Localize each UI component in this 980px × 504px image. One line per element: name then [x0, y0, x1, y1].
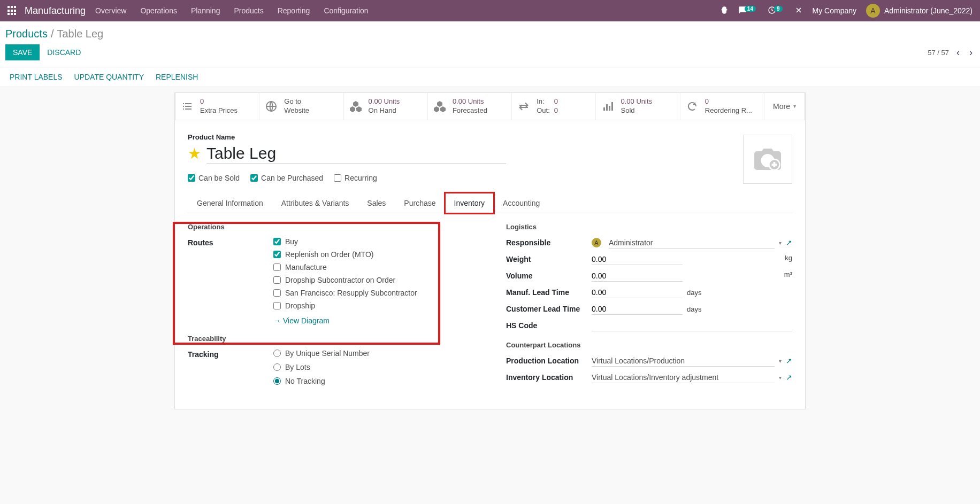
can-be-purchased-checkbox[interactable]: Can be Purchased	[250, 174, 323, 182]
favorite-star-icon[interactable]: ★	[188, 145, 201, 162]
save-button[interactable]: SAVE	[5, 44, 40, 60]
inv-location-select[interactable]: Virtual Locations/Inventory adjustment	[592, 372, 775, 383]
recurring-checkbox[interactable]: Recurring	[334, 174, 377, 182]
menu-reporting[interactable]: Reporting	[278, 6, 310, 15]
stat-label: Website	[284, 106, 309, 115]
list-icon	[181, 100, 194, 113]
stat-label: Go to	[284, 97, 309, 106]
route-label: San Francisco: Resupply Subcontractor	[285, 289, 417, 297]
user-avatar: A	[866, 4, 880, 18]
can-be-sold-checkbox[interactable]: Can be Sold	[188, 174, 240, 182]
route-label: Dropship Subcontractor on Order	[285, 276, 395, 284]
stat-label: On Hand	[369, 106, 400, 115]
pager-prev-icon[interactable]: ‹	[954, 46, 962, 59]
stat-in-out[interactable]: In:0 Out:0	[512, 93, 596, 120]
tab-inventory[interactable]: Inventory	[445, 193, 494, 213]
tracking-label: Tracking	[188, 349, 273, 359]
volume-input[interactable]	[592, 270, 683, 282]
external-link-icon[interactable]: ↗	[786, 373, 792, 382]
logistics-title: Logistics	[506, 223, 792, 231]
stat-button-box: 0Extra Prices Go toWebsite 0.00 UnitsOn …	[175, 93, 805, 120]
pager-next-icon[interactable]: ›	[967, 46, 975, 59]
route-buy: Buy	[273, 237, 474, 246]
tracking-lots: By Lots	[273, 363, 474, 371]
responsible-select[interactable]: Administrator	[609, 237, 775, 249]
stat-label: Reordering R...	[705, 106, 752, 115]
user-menu[interactable]: A Administrator (June_2022)	[866, 4, 973, 18]
tab-general[interactable]: General Information	[188, 193, 272, 213]
update-quantity-button[interactable]: UPDATE QUANTITY	[74, 73, 144, 81]
activity-badge: 9	[774, 6, 783, 12]
stat-value: 0	[705, 97, 752, 106]
chevron-down-icon: ▾	[793, 103, 796, 109]
stat-website[interactable]: Go toWebsite	[259, 93, 343, 120]
stat-label: Forecasted	[453, 106, 487, 115]
route-label: Replenish on Order (MTO)	[285, 250, 373, 259]
unit-label: days	[687, 289, 701, 297]
routes-label: Routes	[188, 237, 273, 247]
apps-menu-icon[interactable]	[7, 6, 17, 15]
tools-icon[interactable]	[794, 6, 803, 16]
view-diagram-link[interactable]: →View Diagram	[273, 316, 330, 325]
breadcrumb: Products / Table Leg	[5, 28, 975, 40]
external-link-icon[interactable]: ↗	[786, 238, 792, 247]
company-name[interactable]: My Company	[813, 6, 856, 15]
prod-location-label: Production Location	[506, 355, 592, 365]
replenish-button[interactable]: REPLENISH	[156, 73, 198, 81]
tab-purchase[interactable]: Purchase	[395, 193, 445, 213]
menu-configuration[interactable]: Configuration	[324, 6, 368, 15]
bug-icon[interactable]	[720, 6, 729, 16]
main-menu: Overview Operations Planning Products Re…	[95, 6, 720, 15]
menu-overview[interactable]: Overview	[95, 6, 126, 15]
activity-icon[interactable]: 9	[768, 6, 785, 16]
weight-label: Weight	[506, 254, 592, 263]
stat-forecasted[interactable]: 0.00 UnitsForecasted	[428, 93, 512, 120]
stat-on-hand[interactable]: 0.00 UnitsOn Hand	[344, 93, 428, 120]
stat-more[interactable]: More ▾	[764, 93, 805, 120]
menu-planning[interactable]: Planning	[191, 6, 220, 15]
refresh-icon	[686, 100, 699, 113]
unit-label: m³	[784, 270, 792, 278]
tracking-none: No Tracking	[273, 377, 474, 385]
weight-input[interactable]	[592, 254, 683, 265]
chat-icon[interactable]: 14	[738, 6, 758, 16]
globe-icon	[265, 100, 278, 113]
volume-label: Volume	[506, 270, 592, 280]
tab-attributes[interactable]: Attributes & Variants	[272, 193, 358, 213]
cubes-icon	[349, 100, 362, 113]
stat-reordering[interactable]: 0Reordering R...	[680, 93, 764, 120]
title-area: Product Name ★ Can be Sold Can be Purcha…	[188, 120, 792, 182]
action-bar: SAVE DISCARD 57 / 57 ‹ ›	[0, 40, 980, 67]
unit-label: kg	[785, 254, 792, 262]
cust-lead-input[interactable]	[592, 304, 683, 315]
product-name-input[interactable]	[206, 143, 506, 164]
discard-button[interactable]: DISCARD	[40, 44, 88, 60]
stat-label: Extra Prices	[200, 106, 238, 115]
counterpart-title: Counterpart Locations	[506, 341, 792, 349]
hs-code-input[interactable]	[592, 320, 792, 331]
manuf-lead-input[interactable]	[592, 287, 683, 298]
stat-sold[interactable]: 0.00 UnitsSold	[596, 93, 680, 120]
radio-label: By Unique Serial Number	[285, 349, 370, 358]
arrow-right-icon: →	[273, 316, 281, 325]
product-image-upload[interactable]	[743, 135, 792, 184]
breadcrumb-parent[interactable]: Products	[5, 28, 48, 40]
stat-label: More	[773, 102, 790, 111]
manuf-lead-label: Manuf. Lead Time	[506, 287, 592, 297]
print-labels-button[interactable]: PRINT LABELS	[10, 73, 63, 81]
tab-sales[interactable]: Sales	[358, 193, 395, 213]
tab-accounting[interactable]: Accounting	[494, 193, 549, 213]
menu-products[interactable]: Products	[234, 6, 263, 15]
secondary-toolbar: PRINT LABELS UPDATE QUANTITY REPLENISH	[0, 67, 980, 87]
stat-label: Sold	[621, 106, 652, 115]
prod-location-select[interactable]: Virtual Locations/Production	[592, 355, 775, 367]
app-brand[interactable]: Manufacturing	[25, 5, 86, 17]
stat-extra-prices[interactable]: 0Extra Prices	[175, 93, 259, 120]
traceability-title: Traceability	[188, 335, 474, 343]
menu-operations[interactable]: Operations	[140, 6, 177, 15]
top-nav: Manufacturing Overview Operations Planni…	[0, 0, 980, 21]
pager-text[interactable]: 57 / 57	[928, 49, 949, 57]
checkbox-label: Recurring	[344, 174, 377, 182]
external-link-icon[interactable]: ↗	[786, 356, 792, 365]
breadcrumb-bar: Products / Table Leg	[0, 21, 980, 40]
